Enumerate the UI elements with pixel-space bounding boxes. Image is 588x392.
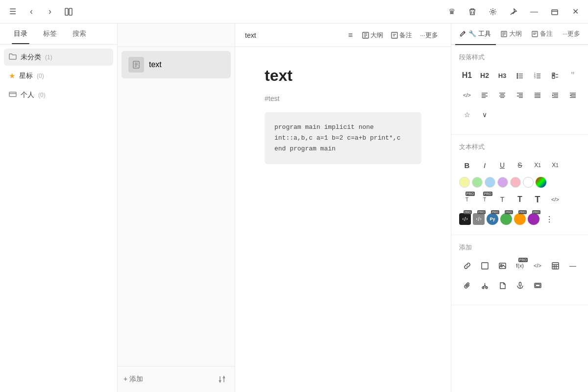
sidebar-item-starred[interactable]: ★ 星标 (0) [4, 68, 113, 84]
tab-tags[interactable]: 标签 [35, 24, 65, 44]
quote-button[interactable]: " [565, 68, 581, 83]
checklist-button[interactable] [547, 68, 563, 83]
unordered-list-button[interactable] [512, 68, 528, 83]
gear-icon[interactable] [486, 5, 500, 19]
highlight-purple[interactable] [497, 177, 508, 188]
lang-dark[interactable]: PRO [459, 213, 471, 225]
more-btn[interactable]: ···更多 [417, 28, 441, 42]
code-format-button[interactable]: </> [459, 87, 475, 103]
underline-button[interactable]: U [494, 157, 510, 173]
tab-more[interactable]: ···更多 [558, 24, 586, 44]
font-xxlarge-button[interactable]: T [530, 192, 545, 207]
h1-button[interactable]: H1 [459, 68, 475, 83]
tab-directory[interactable]: 目录 [6, 24, 35, 44]
audio-button[interactable] [512, 277, 528, 293]
close-icon[interactable]: ✕ [568, 5, 582, 19]
strikethrough-button[interactable]: S [512, 157, 528, 173]
doc-title[interactable]: text [265, 67, 421, 85]
note-item-text[interactable]: text [122, 51, 231, 78]
sidebar-item-uncategorized[interactable]: 未分类 (1) [4, 49, 113, 66]
color-dot-purple-lang[interactable]: PRO [528, 213, 539, 225]
font-xlarge-button[interactable]: T [512, 192, 528, 207]
tab-tools[interactable]: 🔧 工具 [455, 24, 496, 44]
highlight-pink[interactable] [510, 177, 521, 188]
menu-dots-icon[interactable]: ≡ [343, 28, 357, 42]
favorite-button[interactable]: ☆ [459, 107, 475, 122]
font-large-button[interactable]: T [494, 192, 510, 207]
highlight-yellow[interactable] [459, 177, 470, 188]
forward-icon[interactable]: › [43, 5, 57, 19]
divider-button[interactable]: — [565, 258, 581, 273]
outdent-button[interactable] [565, 87, 581, 103]
folder-icon [9, 52, 17, 62]
bold-button[interactable]: B [459, 157, 475, 173]
indent-button[interactable] [547, 87, 563, 103]
editor-header-actions: ≡ 大纲 备注 ···更多 [343, 28, 441, 42]
embed-button[interactable] [530, 277, 545, 293]
text-style-title: 文本样式 [459, 143, 580, 151]
h3-button[interactable]: H3 [494, 68, 510, 83]
pin-icon[interactable] [507, 5, 520, 19]
color-dot-orange[interactable]: PRO [514, 213, 526, 225]
tab-notes[interactable]: 备注 [527, 24, 558, 44]
font-style-buttons: TPRO TPRO T T T </> [459, 192, 580, 207]
ordered-list-button[interactable]: 123 [530, 68, 545, 83]
align-left-button[interactable] [477, 87, 492, 103]
lang-gray[interactable]: PRO [473, 213, 485, 225]
doc-tag[interactable]: #test [265, 95, 421, 102]
align-right-button[interactable] [512, 87, 528, 103]
code-inline-button[interactable]: </> [547, 192, 563, 207]
frame-button[interactable] [477, 258, 492, 273]
file-button[interactable] [494, 277, 510, 293]
personal-count: (0) [38, 92, 46, 98]
html-code-button[interactable]: </> [530, 258, 545, 273]
highlight-green[interactable] [472, 177, 483, 188]
formula-button[interactable]: f(x)PRO [512, 258, 528, 273]
minimize-icon[interactable]: — [527, 5, 541, 19]
crown-icon[interactable]: ♛ [445, 5, 459, 19]
code-block: program main implicit none int::a,b,c a=… [265, 112, 421, 164]
trash-icon[interactable] [466, 5, 479, 19]
expand-button[interactable]: ∨ [477, 107, 492, 122]
align-justify-button[interactable] [530, 87, 545, 103]
italic-button[interactable]: I [477, 157, 492, 173]
highlight-custom[interactable] [536, 177, 546, 188]
paragraph-buttons-row1: H1 H2 H3 123 " [459, 68, 580, 83]
subscript-button[interactable]: X1 [530, 157, 545, 173]
sidebar-item-personal[interactable]: 个人 (0) [4, 86, 113, 103]
middle-footer: + 添加 [118, 366, 235, 392]
layout-icon[interactable] [62, 5, 75, 19]
table-button[interactable] [547, 258, 563, 273]
note-icon [128, 57, 144, 73]
image-button[interactable] [494, 258, 510, 273]
align-center-button[interactable] [494, 87, 510, 103]
highlight-blue[interactable] [485, 177, 495, 188]
color-dot-python-blue[interactable]: Py PRO [487, 213, 498, 225]
link-button[interactable] [459, 258, 475, 273]
add-note-button[interactable]: + 添加 [123, 375, 143, 384]
outline-btn[interactable]: 大纲 [359, 28, 386, 42]
attachment-button[interactable] [459, 277, 475, 293]
maximize-icon[interactable] [548, 5, 562, 19]
font-size-medium-button[interactable]: TPRO [477, 192, 492, 207]
menu-icon[interactable]: ☰ [6, 5, 20, 19]
sort-button[interactable] [215, 372, 229, 386]
notes-btn[interactable]: 备注 [388, 28, 415, 42]
paragraph-buttons-row3: ☆ ∨ [459, 107, 580, 122]
superscript-button[interactable]: X1 [547, 157, 563, 173]
cut-button[interactable] [477, 277, 492, 293]
tab-outline[interactable]: 大纲 [496, 24, 527, 44]
outline-label: 大纲 [370, 31, 383, 40]
h2-button[interactable]: H2 [477, 68, 492, 83]
starred-count: (0) [37, 73, 44, 79]
font-size-small-button[interactable]: TPRO [459, 192, 475, 207]
highlight-none[interactable] [523, 177, 534, 188]
color-dot-green[interactable]: PRO [500, 213, 512, 225]
starred-label: 星标 [19, 72, 33, 80]
svg-point-26 [517, 77, 518, 78]
tab-search[interactable]: 搜索 [65, 24, 94, 44]
svg-rect-64 [482, 263, 488, 269]
more-colors-button[interactable]: ⋮ [541, 211, 557, 227]
back-icon[interactable]: ‹ [24, 5, 38, 19]
svg-point-25 [517, 75, 518, 76]
